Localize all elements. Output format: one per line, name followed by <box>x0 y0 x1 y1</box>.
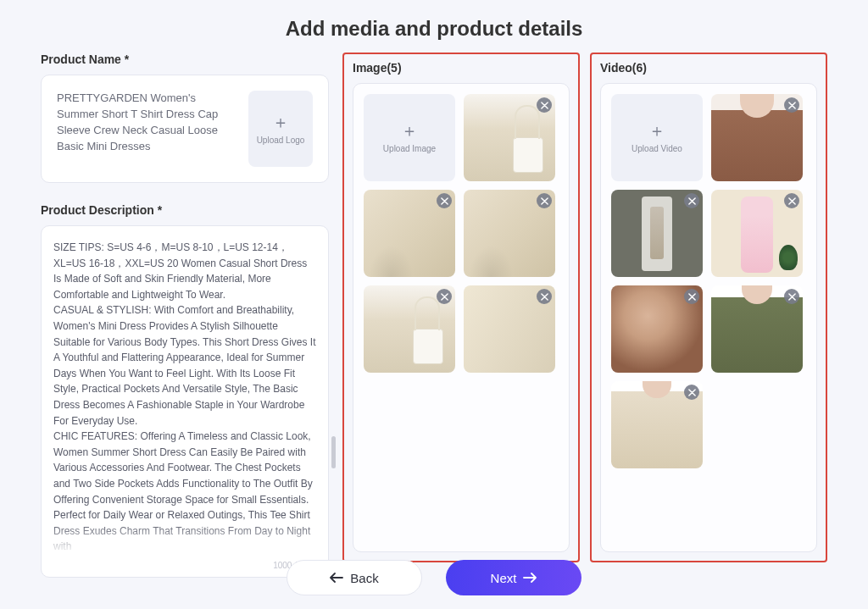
remove-image-button[interactable] <box>437 289 452 304</box>
image-thumb[interactable] <box>364 190 455 277</box>
right-column: Image(5) ＋ Upload Image <box>342 53 827 562</box>
remove-video-button[interactable] <box>784 97 799 113</box>
next-button-label: Next <box>491 571 517 585</box>
product-description-card: SIZE TIPS: S=US 4-6，M=US 8-10，L=US 12-14… <box>41 225 329 578</box>
image-thumb[interactable] <box>464 190 555 277</box>
product-name-input[interactable]: PRETTYGARDEN Women's Summer Short T Shir… <box>57 91 240 154</box>
upload-image-caption: Upload Image <box>383 144 436 153</box>
product-description-block: Product Description * SIZE TIPS: S=US 4-… <box>41 203 329 578</box>
arrow-right-icon <box>523 573 537 583</box>
image-panel-title: Image(5) <box>353 61 570 75</box>
remove-video-button[interactable] <box>784 289 799 304</box>
back-button[interactable]: Back <box>287 560 422 595</box>
content-area: Product Name * PRETTYGARDEN Women's Summ… <box>0 53 868 562</box>
product-description-input[interactable]: SIZE TIPS: S=US 4-6，M=US 8-10，L=US 12-14… <box>53 240 316 555</box>
product-name-card: PRETTYGARDEN Women's Summer Short T Shir… <box>41 75 329 183</box>
footer-actions: Back Next <box>0 548 868 609</box>
arrow-left-icon <box>330 573 343 583</box>
image-panel: Image(5) ＋ Upload Image <box>342 53 580 562</box>
remove-video-button[interactable] <box>684 385 699 400</box>
video-thumb[interactable] <box>711 94 803 181</box>
left-column: Product Name * PRETTYGARDEN Women's Summ… <box>41 53 329 562</box>
plus-icon: ＋ <box>648 122 665 139</box>
video-thumb[interactable] <box>611 190 703 277</box>
video-thumb[interactable] <box>611 285 703 373</box>
video-panel: Video(6) ＋ Upload Video <box>590 53 827 562</box>
upload-image-button[interactable]: ＋ Upload Image <box>364 94 455 181</box>
remove-image-button[interactable] <box>537 97 552 113</box>
upload-logo-caption: Upload Logo <box>257 136 305 145</box>
upload-logo-button[interactable]: ＋ Upload Logo <box>248 91 313 167</box>
remove-video-button[interactable] <box>784 193 799 208</box>
video-grid-card: ＋ Upload Video <box>600 83 817 552</box>
image-thumb[interactable] <box>364 285 455 373</box>
page-title: Add media and product details <box>0 0 868 53</box>
video-grid: ＋ Upload Video <box>611 94 806 468</box>
remove-image-button[interactable] <box>537 193 552 208</box>
remove-video-button[interactable] <box>684 193 699 208</box>
remove-image-button[interactable] <box>437 193 452 208</box>
remove-image-button[interactable] <box>537 289 552 304</box>
remove-video-button[interactable] <box>684 289 699 304</box>
product-name-label: Product Name * <box>41 53 329 66</box>
plus-icon: ＋ <box>401 122 418 139</box>
image-grid-card: ＋ Upload Image <box>353 83 570 552</box>
image-thumb[interactable] <box>464 94 555 181</box>
image-thumb[interactable] <box>464 285 555 373</box>
upload-video-button[interactable]: ＋ Upload Video <box>611 94 703 181</box>
video-panel-title: Video(6) <box>600 61 817 75</box>
back-button-label: Back <box>350 571 378 585</box>
image-grid: ＋ Upload Image <box>364 94 559 373</box>
next-button[interactable]: Next <box>446 560 581 595</box>
description-scrollbar[interactable] <box>331 436 336 468</box>
plus-icon: ＋ <box>272 113 289 130</box>
video-thumb[interactable] <box>711 285 803 373</box>
video-thumb[interactable] <box>611 381 703 468</box>
product-description-label: Product Description * <box>41 203 329 217</box>
upload-video-caption: Upload Video <box>632 144 682 153</box>
video-thumb[interactable] <box>711 190 803 277</box>
